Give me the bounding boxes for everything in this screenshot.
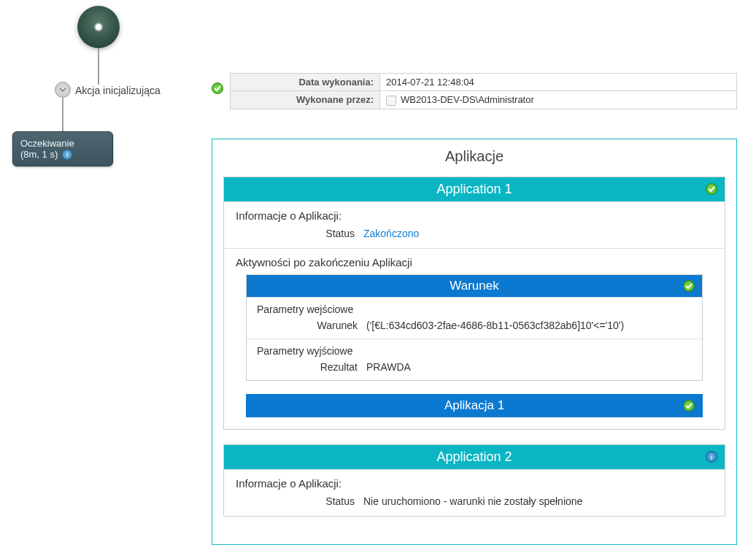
check-icon [706,183,717,195]
condition-input-section: Parametry wejściowe Warunek ('[€L:634cd6… [247,297,702,339]
condition-input-value: ('[€L:634cd603-2fae-4686-8b11-0563cf382a… [366,320,624,331]
details-panel: Data wykonania: 2014-07-21 12:48:04 Wyko… [212,73,737,545]
application-2-header[interactable]: Application 2 i [224,445,725,469]
condition-header[interactable]: Warunek [247,275,702,297]
app1-child-banner: Aplikacja 1 [246,394,703,417]
app2-status-value: Nie uruchomiono - warunki nie zostały sp… [363,495,582,507]
application-1-title: Application 1 [436,182,512,196]
meta-by-label: Wykonane przez: [231,91,380,109]
connector-line [62,98,63,133]
start-node[interactable] [77,6,120,48]
execution-meta-table: Data wykonania: 2014-07-21 12:48:04 Wyko… [230,73,737,109]
info-icon: i [706,451,717,463]
condition-output-section: Parametry wyjściowe Rezultat PRAWDA [247,339,702,380]
meta-date-label: Data wykonania: [231,74,380,91]
state-title: Oczekiwanie [20,138,105,149]
app1-info-section: Informacje o Aplikacji: Status Zakończon… [224,201,725,248]
meta-by-value: WB2013-DEV-DS\Administrator [380,91,737,109]
app1-activities-title: Aktywności po zakończeniu Aplikacji [236,256,713,268]
person-icon [386,96,396,106]
app1-status-label: Status [236,228,363,239]
connector-line [98,48,99,85]
applications-panel: Aplikacje Application 1 Informacje o Apl… [212,139,737,545]
condition-title: Warunek [450,279,498,293]
condition-input-title: Parametry wejściowe [257,304,692,315]
application-block-2: Application 2 i Informacje o Aplikacji: … [223,444,725,517]
meta-by-text: WB2013-DEV-DS\Administrator [401,94,534,105]
app2-status-label: Status [236,495,363,507]
app1-child-title: Aplikacja 1 [444,398,504,412]
meta-date-value: 2014-07-21 12:48:04 [380,74,737,91]
transition-node[interactable] [55,82,71,98]
applications-title: Aplikacje [223,148,725,165]
workflow-panel [15,0,182,85]
application-block-1: Application 1 Informacje o Aplikacji: St… [223,177,725,430]
condition-input-label: Warunek [257,320,366,331]
check-icon [683,280,695,292]
condition-output-value: PRAWDA [366,361,411,373]
app1-info-title: Informacje o Aplikacji: [236,209,713,222]
condition-output-title: Parametry wyjściowe [257,345,692,357]
chevron-down-icon [59,86,66,93]
app1-activities-section: Aktywności po zakończeniu Aplikacji Waru… [224,248,725,429]
application-1-header[interactable]: Application 1 [224,177,725,201]
app2-info-title: Informacje o Aplikacji: [236,477,713,490]
app1-child-header[interactable]: Aplikacja 1 [246,394,703,417]
state-node-waiting[interactable]: Oczekiwanie (8m, 1 s) i [12,131,113,166]
condition-output-label: Rezultat [257,361,366,373]
check-icon [683,400,695,411]
transition-label: Akcja inicjalizująca [75,85,161,96]
state-duration: (8m, 1 s) [20,149,58,160]
app2-info-section: Informacje o Aplikacji: Status Nie uruch… [224,469,725,516]
app1-status-value[interactable]: Zakończono [363,228,419,239]
info-icon[interactable]: i [62,150,72,160]
application-2-title: Application 2 [436,449,512,464]
condition-block: Warunek Parametry wejściowe Warunek ('[€… [246,274,703,381]
